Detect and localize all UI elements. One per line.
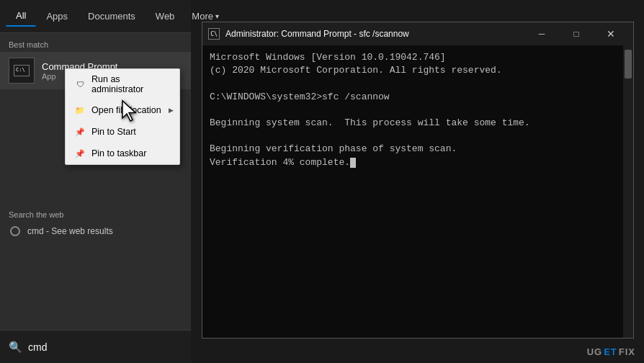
- cmd-titlebar-title: Administrator: Command Prompt - sfc /sca…: [225, 29, 525, 39]
- cmd-icon-inner: [14, 65, 30, 76]
- search-bar[interactable]: 🔍 cmd: [0, 330, 191, 363]
- top-tabs-bar: All Apps Documents Web More ▾: [0, 0, 191, 33]
- scrollbar-thumb[interactable]: [625, 50, 632, 79]
- cmd-body: Microsoft Windows [Version 10.0.19042.74…: [202, 45, 633, 338]
- search-web-label: Search the web: [0, 205, 191, 220]
- folder-icon: 📁: [74, 104, 86, 116]
- context-pin-to-start[interactable]: 📌 Pin to Start: [66, 121, 179, 143]
- watermark-accent: ET: [604, 346, 617, 357]
- context-run-as-admin[interactable]: 🛡 Run as administrator: [66, 69, 179, 99]
- context-open-file-location[interactable]: 📁 Open file location: [66, 99, 179, 121]
- watermark-suffix: FIX: [619, 346, 635, 357]
- cmd-cursor: [350, 158, 356, 168]
- tab-documents[interactable]: Documents: [78, 6, 146, 26]
- web-search-icon: [9, 225, 22, 238]
- cmd-app-icon: [9, 58, 35, 84]
- more-chevron-icon: ▾: [215, 12, 219, 20]
- search-input-value: cmd: [28, 341, 47, 353]
- cmd-titlebar: C\ Administrator: Command Prompt - sfc /…: [202, 22, 633, 45]
- cmd-window: C\ Administrator: Command Prompt - sfc /…: [202, 22, 634, 339]
- window-controls: ─ □ ✕: [525, 22, 627, 45]
- close-button[interactable]: ✕: [594, 22, 627, 45]
- tab-all[interactable]: All: [6, 6, 36, 27]
- minimize-button[interactable]: ─: [525, 22, 558, 45]
- tab-web[interactable]: Web: [146, 6, 185, 26]
- watermark-prefix: UG: [587, 346, 603, 357]
- context-pin-to-taskbar[interactable]: 📌 Pin to taskbar: [66, 143, 179, 164]
- watermark: UGETFIX: [587, 346, 635, 357]
- taskbar-icon: 📌: [74, 148, 86, 159]
- cmd-titlebar-icon: C\: [208, 28, 220, 40]
- tab-apps[interactable]: Apps: [36, 6, 78, 26]
- search-magnify-icon: 🔍: [9, 341, 22, 354]
- shield-icon: 🛡: [74, 79, 86, 90]
- cmd-scrollbar[interactable]: [623, 45, 633, 338]
- maximize-button[interactable]: □: [560, 22, 593, 45]
- cmd-output: Microsoft Windows [Version 10.0.19042.74…: [202, 45, 623, 338]
- context-menu: 🛡 Run as administrator 📁 Open file locat…: [65, 68, 180, 165]
- pin-icon: 📌: [74, 126, 86, 138]
- best-match-label: Best match: [0, 33, 191, 52]
- start-menu-panel: All Apps Documents Web More ▾ Best match…: [0, 0, 191, 363]
- search-web-text: cmd - See web results: [27, 226, 113, 236]
- search-web-item[interactable]: cmd - See web results: [0, 220, 191, 242]
